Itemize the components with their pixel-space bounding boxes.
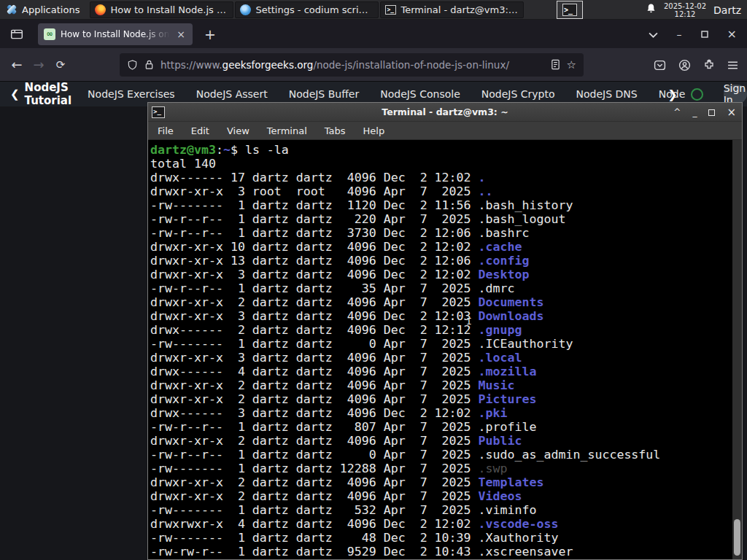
user-label: Dartz <box>713 4 741 16</box>
ls-row-meta: -rw-r--r-- 1 dartz dartz 35 Apr 7 2025 <box>150 281 479 295</box>
codium-icon <box>240 4 251 15</box>
directory-name: .gnupg <box>479 323 522 337</box>
directory-name: Pictures <box>479 392 537 406</box>
terminal-menu-file[interactable]: File <box>158 125 174 136</box>
firefox-icon <box>95 4 106 15</box>
ls-row-meta: drwxr-xr-x 3 dartz dartz 4096 Dec 2 12:0… <box>150 309 479 323</box>
ls-row-meta: -rw------- 1 dartz dartz 48 Dec 2 10:39 <box>150 531 479 545</box>
file-name: .xscreensaver <box>479 545 573 559</box>
prompt-colon: : <box>216 143 223 157</box>
bookmark-star-icon[interactable]: ☆ <box>567 58 576 71</box>
xubuntu-logo-icon <box>6 4 18 15</box>
ls-row: drwxr-xr-x 2 dartz dartz 4096 Apr 7 2025… <box>150 392 732 406</box>
file-name: .sudo_as_admin_successful <box>479 448 661 462</box>
system-tray: 2025-12-02 12:12 Dartz <box>646 0 747 20</box>
taskbar-button[interactable]: >_Terminal - dartz@vm3: ~ <box>380 1 524 18</box>
terminal-menu-tabs[interactable]: Tabs <box>325 125 346 136</box>
directory-name: .config <box>479 254 530 268</box>
terminal-menu-terminal[interactable]: Terminal <box>267 125 307 136</box>
window-controls: – × <box>649 20 747 48</box>
file-name: .Xauthority <box>479 531 559 545</box>
notification-bell-icon[interactable] <box>646 3 657 17</box>
ls-row-meta: drwx------ 2 dartz dartz 4096 Dec 2 12:1… <box>150 323 479 337</box>
site-nav-item[interactable]: NodeJS Exercises <box>88 88 175 100</box>
ls-row-meta: drwx------ 17 dartz dartz 4096 Dec 2 12:… <box>150 171 479 184</box>
terminal-menu-help[interactable]: Help <box>363 125 385 136</box>
taskbar-button-label: Terminal - dartz@vm3: ~ <box>400 4 519 15</box>
terminal-maximize-button[interactable] <box>708 109 715 116</box>
terminal-launcher[interactable]: >_ <box>557 1 583 19</box>
lock-icon[interactable] <box>144 59 154 70</box>
taskbar-button[interactable]: How to Install Node.js o... <box>90 1 233 18</box>
directory-name: .mozilla <box>479 365 537 378</box>
browser-maximize-button[interactable] <box>701 27 708 41</box>
terminal-close-button[interactable]: × <box>727 106 736 119</box>
account-icon[interactable] <box>678 59 691 71</box>
search-icon[interactable] <box>691 88 703 101</box>
terminal-title: Terminal - dartz@vm3: ~ <box>148 106 742 117</box>
directory-name: .. <box>479 184 493 198</box>
ls-row-meta: -rw-r--r-- 1 dartz dartz 3730 Dec 2 12:0… <box>150 226 479 240</box>
ls-row: -rw------- 1 dartz dartz 0 Apr 7 2025 .I… <box>150 337 732 351</box>
ls-row: drwxr-xr-x 3 dartz dartz 4096 Dec 2 12:0… <box>150 309 732 323</box>
shade-button[interactable]: ^ <box>673 107 681 117</box>
ls-row: -rw------- 1 dartz dartz 12288 Apr 7 202… <box>150 462 732 475</box>
ls-row: drwxr-xr-x 3 dartz dartz 4096 Dec 2 12:0… <box>150 268 732 281</box>
reader-mode-icon[interactable] <box>551 59 560 70</box>
site-nav-item[interactable]: NodeJS Crypto <box>481 88 555 100</box>
taskbar-button-label: How to Install Node.js o... <box>110 4 228 15</box>
list-tabs-chevron-icon[interactable] <box>649 27 658 41</box>
file-name: .dmrc <box>479 281 515 295</box>
site-nav-item[interactable]: NodeJS Buffer <box>289 88 360 100</box>
reload-button[interactable]: ⟳ <box>50 54 71 76</box>
terminal-output[interactable]: dartz@vm3:~$ ls -latotal 140drwx------ 1… <box>148 140 732 559</box>
sign-in-button[interactable]: Sign In <box>724 85 747 104</box>
terminal-window-controls: ^ _ × <box>673 103 736 122</box>
ls-row: drwxr-xr-x 3 root root 4096 Apr 7 2025 .… <box>150 184 732 198</box>
ls-row: drwxr-xr-x 2 dartz dartz 4096 Apr 7 2025… <box>150 434 732 448</box>
browser-toolbar: ← → ⟳ https://www.geeksforgeeks.org/node… <box>0 48 747 82</box>
site-nav-item[interactable]: NodeJS Console <box>380 88 460 100</box>
mouse-text-cursor: I <box>466 315 473 327</box>
url-bar[interactable]: https://www.geeksforgeeks.org/node-js/in… <box>120 53 584 77</box>
terminal-titlebar[interactable]: >_ Terminal - dartz@vm3: ~ ^ _ × <box>148 103 742 122</box>
extensions-icon[interactable] <box>703 59 715 71</box>
firefox-view-icon[interactable] <box>6 25 28 44</box>
forward-button[interactable]: → <box>28 54 50 76</box>
shield-icon[interactable] <box>127 59 138 71</box>
directory-name: Templates <box>479 475 544 489</box>
site-nav-item[interactable]: NodeJS DNS <box>576 88 638 100</box>
ls-row-meta: drwxr-xr-x 3 dartz dartz 4096 Apr 7 2025 <box>150 351 479 365</box>
scrollbar-thumb[interactable] <box>734 519 740 556</box>
chevron-right-icon[interactable]: ❯ <box>667 88 677 101</box>
browser-close-button[interactable]: × <box>727 27 737 41</box>
applications-menu-button[interactable]: Applications <box>0 0 85 19</box>
terminal-icon: >_ <box>562 4 577 16</box>
terminal-minimize-button[interactable]: _ <box>692 107 697 117</box>
directory-name: Desktop <box>479 268 530 281</box>
menu-hamburger-icon[interactable] <box>727 61 738 70</box>
url-text[interactable]: https://www.geeksforgeeks.org/node-js/in… <box>160 59 544 71</box>
back-button[interactable]: ← <box>6 54 28 76</box>
browser-minimize-button[interactable]: – <box>677 28 682 40</box>
ls-row: -rw-r--r-- 1 dartz dartz 220 Apr 7 2025 … <box>150 212 732 226</box>
directory-name: Public <box>479 434 522 448</box>
ls-row: drwxr-xr-x 2 dartz dartz 4096 Apr 7 2025… <box>150 489 732 503</box>
terminal-menu-view[interactable]: View <box>227 125 249 136</box>
site-nav-back[interactable]: ❮ NodeJS Tutorial <box>10 81 71 107</box>
taskbar-button[interactable]: Settings - codium script... <box>235 1 379 18</box>
ls-row-meta: -rw------- 1 dartz dartz 0 Apr 7 2025 <box>150 337 479 351</box>
ls-row-meta: -rw------- 1 dartz dartz 12288 Apr 7 202… <box>150 462 479 475</box>
ls-row: -rw-r--r-- 1 dartz dartz 0 Apr 7 2025 .s… <box>150 448 732 462</box>
site-nav-item[interactable]: NodeJS Assert <box>196 88 268 100</box>
terminal-menu-edit[interactable]: Edit <box>191 125 209 136</box>
pocket-icon[interactable] <box>654 59 666 71</box>
directory-name: .local <box>479 351 522 365</box>
panel-clock[interactable]: 2025-12-02 12:12 <box>664 2 706 18</box>
new-tab-button[interactable]: + <box>204 26 216 42</box>
browser-tab[interactable]: ∞ How to Install Node.js on... × <box>38 23 193 45</box>
file-name: .ICEauthority <box>479 337 573 351</box>
tab-close-icon[interactable]: × <box>175 28 187 40</box>
terminal-scrollbar[interactable] <box>732 140 742 559</box>
ls-row-meta: drwx------ 3 dartz dartz 4096 Dec 2 12:0… <box>150 406 479 420</box>
